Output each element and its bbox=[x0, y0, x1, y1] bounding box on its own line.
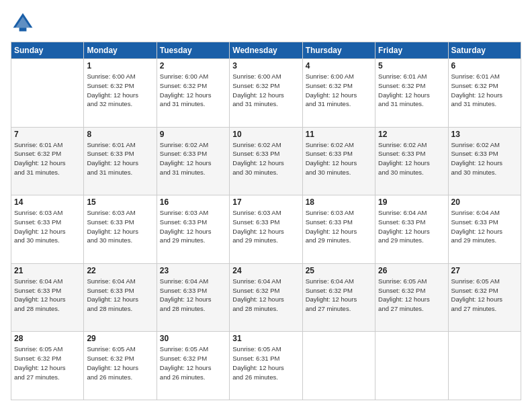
day-info: Sunrise: 6:04 AM Sunset: 6:33 PM Dayligh… bbox=[378, 208, 445, 245]
day-info: Sunrise: 6:02 AM Sunset: 6:33 PM Dayligh… bbox=[306, 140, 372, 177]
day-info: Sunrise: 6:05 AM Sunset: 6:32 PM Dayligh… bbox=[14, 345, 81, 381]
logo bbox=[11, 11, 39, 35]
day-info: Sunrise: 6:03 AM Sunset: 6:33 PM Dayligh… bbox=[14, 208, 81, 245]
day-number: 6 bbox=[451, 61, 518, 71]
calendar-cell: 5Sunrise: 6:01 AM Sunset: 6:32 PM Daylig… bbox=[375, 59, 448, 128]
weekday-friday: Friday bbox=[375, 42, 448, 59]
logo-icon bbox=[11, 11, 35, 35]
day-number: 30 bbox=[160, 334, 226, 343]
day-info: Sunrise: 6:03 AM Sunset: 6:33 PM Dayligh… bbox=[232, 208, 299, 245]
calendar-cell: 27Sunrise: 6:05 AM Sunset: 6:32 PM Dayli… bbox=[448, 263, 521, 332]
day-info: Sunrise: 6:05 AM Sunset: 6:32 PM Dayligh… bbox=[378, 277, 445, 314]
calendar-cell bbox=[11, 59, 84, 128]
day-number: 25 bbox=[306, 266, 372, 275]
day-number: 24 bbox=[232, 266, 299, 275]
day-number: 7 bbox=[14, 130, 81, 139]
calendar-cell bbox=[302, 332, 375, 400]
day-number: 27 bbox=[451, 266, 518, 275]
day-number: 15 bbox=[87, 197, 153, 207]
day-number: 2 bbox=[160, 61, 226, 71]
day-number: 3 bbox=[232, 61, 299, 71]
day-number: 5 bbox=[378, 61, 445, 71]
day-number: 22 bbox=[87, 266, 153, 275]
weekday-saturday: Saturday bbox=[448, 42, 521, 59]
day-number: 21 bbox=[14, 266, 81, 275]
day-info: Sunrise: 6:00 AM Sunset: 6:32 PM Dayligh… bbox=[232, 72, 299, 109]
weekday-wednesday: Wednesday bbox=[230, 42, 302, 59]
weekday-monday: Monday bbox=[84, 42, 157, 59]
day-number: 4 bbox=[306, 61, 372, 71]
calendar-cell: 20Sunrise: 6:04 AM Sunset: 6:33 PM Dayli… bbox=[448, 195, 521, 264]
day-info: Sunrise: 6:01 AM Sunset: 6:32 PM Dayligh… bbox=[451, 72, 518, 109]
day-number: 31 bbox=[232, 334, 299, 343]
calendar-cell: 3Sunrise: 6:00 AM Sunset: 6:32 PM Daylig… bbox=[230, 59, 302, 128]
day-info: Sunrise: 6:00 AM Sunset: 6:32 PM Dayligh… bbox=[160, 72, 226, 109]
day-number: 17 bbox=[232, 197, 299, 207]
day-info: Sunrise: 6:02 AM Sunset: 6:33 PM Dayligh… bbox=[451, 140, 518, 177]
day-number: 23 bbox=[160, 266, 226, 275]
calendar-table: Sunday Monday Tuesday Wednesday Thursday… bbox=[11, 42, 521, 400]
calendar-cell: 19Sunrise: 6:04 AM Sunset: 6:33 PM Dayli… bbox=[375, 195, 448, 264]
calendar-cell: 10Sunrise: 6:02 AM Sunset: 6:33 PM Dayli… bbox=[230, 127, 302, 195]
weekday-sunday: Sunday bbox=[11, 42, 84, 59]
day-info: Sunrise: 6:05 AM Sunset: 6:32 PM Dayligh… bbox=[451, 277, 518, 314]
day-number: 26 bbox=[378, 266, 445, 275]
calendar-cell: 15Sunrise: 6:03 AM Sunset: 6:33 PM Dayli… bbox=[84, 195, 157, 264]
calendar-cell bbox=[375, 332, 448, 400]
calendar-cell: 28Sunrise: 6:05 AM Sunset: 6:32 PM Dayli… bbox=[11, 332, 84, 400]
day-number: 1 bbox=[87, 61, 153, 71]
day-number: 20 bbox=[451, 197, 518, 207]
day-info: Sunrise: 6:04 AM Sunset: 6:33 PM Dayligh… bbox=[87, 277, 153, 314]
day-number: 12 bbox=[378, 130, 445, 139]
calendar-week-row: 14Sunrise: 6:03 AM Sunset: 6:33 PM Dayli… bbox=[11, 195, 521, 264]
day-info: Sunrise: 6:05 AM Sunset: 6:31 PM Dayligh… bbox=[232, 345, 299, 381]
calendar-cell: 1Sunrise: 6:00 AM Sunset: 6:32 PM Daylig… bbox=[84, 59, 157, 128]
day-info: Sunrise: 6:04 AM Sunset: 6:33 PM Dayligh… bbox=[160, 277, 226, 314]
calendar-week-row: 21Sunrise: 6:04 AM Sunset: 6:33 PM Dayli… bbox=[11, 263, 521, 332]
weekday-row: Sunday Monday Tuesday Wednesday Thursday… bbox=[11, 42, 521, 59]
calendar-cell: 14Sunrise: 6:03 AM Sunset: 6:33 PM Dayli… bbox=[11, 195, 84, 264]
calendar-cell: 30Sunrise: 6:05 AM Sunset: 6:32 PM Dayli… bbox=[157, 332, 229, 400]
calendar-cell: 23Sunrise: 6:04 AM Sunset: 6:33 PM Dayli… bbox=[157, 263, 229, 332]
day-info: Sunrise: 6:02 AM Sunset: 6:33 PM Dayligh… bbox=[232, 140, 299, 177]
calendar-week-row: 7Sunrise: 6:01 AM Sunset: 6:32 PM Daylig… bbox=[11, 127, 521, 195]
day-info: Sunrise: 6:01 AM Sunset: 6:32 PM Dayligh… bbox=[14, 140, 81, 177]
calendar-cell: 29Sunrise: 6:05 AM Sunset: 6:32 PM Dayli… bbox=[84, 332, 157, 400]
calendar-week-row: 28Sunrise: 6:05 AM Sunset: 6:32 PM Dayli… bbox=[11, 332, 521, 400]
day-number: 13 bbox=[451, 130, 518, 139]
day-number: 14 bbox=[14, 197, 81, 207]
calendar-cell: 18Sunrise: 6:03 AM Sunset: 6:33 PM Dayli… bbox=[302, 195, 375, 264]
day-number: 19 bbox=[378, 197, 445, 207]
calendar-cell: 6Sunrise: 6:01 AM Sunset: 6:32 PM Daylig… bbox=[448, 59, 521, 128]
day-info: Sunrise: 6:03 AM Sunset: 6:33 PM Dayligh… bbox=[87, 208, 153, 245]
day-info: Sunrise: 6:05 AM Sunset: 6:32 PM Dayligh… bbox=[87, 345, 153, 381]
header bbox=[11, 11, 521, 35]
calendar-cell: 13Sunrise: 6:02 AM Sunset: 6:33 PM Dayli… bbox=[448, 127, 521, 195]
calendar-cell: 9Sunrise: 6:02 AM Sunset: 6:33 PM Daylig… bbox=[157, 127, 229, 195]
calendar-cell: 2Sunrise: 6:00 AM Sunset: 6:32 PM Daylig… bbox=[157, 59, 229, 128]
calendar-cell: 8Sunrise: 6:01 AM Sunset: 6:33 PM Daylig… bbox=[84, 127, 157, 195]
day-number: 9 bbox=[160, 130, 226, 139]
day-info: Sunrise: 6:03 AM Sunset: 6:33 PM Dayligh… bbox=[160, 208, 226, 245]
calendar-header: Sunday Monday Tuesday Wednesday Thursday… bbox=[11, 42, 521, 59]
day-info: Sunrise: 6:00 AM Sunset: 6:32 PM Dayligh… bbox=[87, 72, 153, 109]
calendar-cell: 26Sunrise: 6:05 AM Sunset: 6:32 PM Dayli… bbox=[375, 263, 448, 332]
calendar-cell: 31Sunrise: 6:05 AM Sunset: 6:31 PM Dayli… bbox=[230, 332, 302, 400]
calendar-cell: 12Sunrise: 6:02 AM Sunset: 6:33 PM Dayli… bbox=[375, 127, 448, 195]
calendar-cell: 16Sunrise: 6:03 AM Sunset: 6:33 PM Dayli… bbox=[157, 195, 229, 264]
day-number: 8 bbox=[87, 130, 153, 139]
calendar-cell: 7Sunrise: 6:01 AM Sunset: 6:32 PM Daylig… bbox=[11, 127, 84, 195]
page: Sunday Monday Tuesday Wednesday Thursday… bbox=[0, 0, 532, 411]
day-info: Sunrise: 6:04 AM Sunset: 6:32 PM Dayligh… bbox=[306, 277, 372, 314]
day-info: Sunrise: 6:05 AM Sunset: 6:32 PM Dayligh… bbox=[160, 345, 226, 381]
calendar-body: 1Sunrise: 6:00 AM Sunset: 6:32 PM Daylig… bbox=[11, 59, 521, 400]
day-number: 18 bbox=[306, 197, 372, 207]
calendar-cell: 4Sunrise: 6:00 AM Sunset: 6:32 PM Daylig… bbox=[302, 59, 375, 128]
calendar-cell: 17Sunrise: 6:03 AM Sunset: 6:33 PM Dayli… bbox=[230, 195, 302, 264]
day-info: Sunrise: 6:01 AM Sunset: 6:32 PM Dayligh… bbox=[378, 72, 445, 109]
day-info: Sunrise: 6:02 AM Sunset: 6:33 PM Dayligh… bbox=[160, 140, 226, 177]
weekday-tuesday: Tuesday bbox=[157, 42, 229, 59]
calendar-cell: 25Sunrise: 6:04 AM Sunset: 6:32 PM Dayli… bbox=[302, 263, 375, 332]
day-info: Sunrise: 6:00 AM Sunset: 6:32 PM Dayligh… bbox=[306, 72, 372, 109]
calendar-cell: 24Sunrise: 6:04 AM Sunset: 6:32 PM Dayli… bbox=[230, 263, 302, 332]
